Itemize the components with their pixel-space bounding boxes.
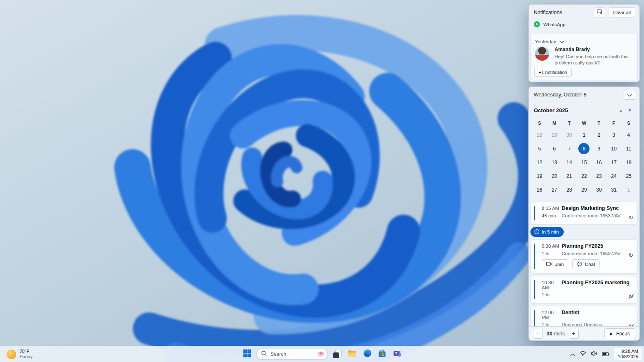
calendar-day[interactable]: 1: [621, 183, 636, 197]
edge-icon: [363, 349, 372, 359]
calendar-day[interactable]: 28: [532, 128, 547, 142]
calendar-day[interactable]: 24: [607, 169, 622, 183]
calendar-day[interactable]: 10: [607, 142, 622, 155]
calendar-day[interactable]: 5: [532, 142, 547, 155]
calendar-day-selected[interactable]: 8: [577, 142, 592, 155]
dow-label: F: [607, 118, 622, 128]
chat-button[interactable]: Chat: [572, 259, 599, 269]
battery-button[interactable]: [601, 349, 611, 360]
recurring-icon: ↻: [629, 253, 633, 258]
event-duration: 1 hr: [542, 251, 562, 256]
calendar-week: 5 6 7 8 9 10 11: [529, 142, 639, 155]
calendar-day[interactable]: 19: [532, 169, 547, 183]
show-hidden-icons-button[interactable]: [569, 349, 576, 360]
recurring-off-icon: ↻: [629, 294, 633, 299]
calendar-day[interactable]: 9: [592, 142, 607, 155]
focus-button[interactable]: ▶ Focus: [604, 328, 635, 339]
calendar-day[interactable]: 15: [577, 155, 592, 169]
edge-browser-button[interactable]: [362, 349, 373, 360]
calendar-day[interactable]: 30: [562, 128, 577, 142]
calendar-day[interactable]: 29: [577, 183, 592, 197]
play-icon: ▶: [610, 332, 613, 336]
task-view-icon: [333, 350, 342, 358]
event-planning-fy2025-marketing[interactable]: 10:30 AM Planning FY2025 marketing 1 hr …: [530, 276, 638, 303]
calendar-day[interactable]: 21: [562, 169, 577, 183]
calendar-day[interactable]: 29: [547, 128, 562, 142]
reminder-badge[interactable]: in 5 min: [530, 227, 564, 237]
folder-icon: [348, 350, 357, 359]
calendar-day[interactable]: 16: [592, 155, 607, 169]
search-input[interactable]: Search: [256, 349, 328, 360]
clock-icon: [534, 229, 540, 235]
reminder-text: in 5 min: [542, 229, 559, 234]
network-button[interactable]: [578, 349, 587, 360]
chevron-up-icon: [570, 350, 575, 358]
focus-session-bar: − 30 mins + ▶ Focus: [529, 326, 639, 340]
notification-card[interactable]: Yesterday Amanda Brady Hey! Can you help…: [530, 34, 638, 80]
clear-all-button[interactable]: Clear all: [609, 7, 635, 17]
dow-label: T: [592, 118, 607, 128]
start-button[interactable]: [241, 349, 253, 360]
calendar-day[interactable]: 14: [562, 155, 577, 169]
calendar-day[interactable]: 1: [577, 128, 592, 142]
avatar: [535, 47, 549, 61]
event-planning-fy2025[interactable]: 9:30 AM Planning FY2025 1 hr Conference …: [530, 239, 638, 273]
calendar-day[interactable]: 28: [562, 183, 577, 197]
calendar-day[interactable]: 17: [607, 155, 622, 169]
volume-button[interactable]: [590, 349, 599, 360]
clock[interactable]: 9:28 AM 10/8/2025: [614, 348, 642, 360]
calendar-day[interactable]: 3: [607, 128, 622, 142]
month-previous-button[interactable]: ▲: [616, 107, 625, 113]
microsoft-store-button[interactable]: [376, 349, 388, 360]
tray-time: 9:28 AM: [618, 349, 638, 354]
calendar-day[interactable]: 25: [621, 169, 636, 183]
increase-duration-button[interactable]: +: [569, 329, 579, 339]
calendar-day[interactable]: 22: [577, 169, 592, 183]
video-camera-icon: [546, 262, 552, 267]
dow-label: S: [621, 118, 636, 128]
notification-message: Hey! Can you help me out with this probl…: [555, 54, 629, 66]
event-time: 12:00 PM: [542, 310, 562, 320]
calendar-day[interactable]: 20: [547, 169, 562, 183]
day-of-week-header: S M T W T F S: [529, 118, 639, 128]
calendar-day[interactable]: 12: [532, 155, 547, 169]
calendar-day[interactable]: 4: [621, 128, 636, 142]
calendar-day[interactable]: 31: [607, 183, 622, 197]
event-accent-bar: [534, 244, 535, 269]
calendar-week: 28 29 30 1 2 3 4: [529, 128, 639, 142]
event-location: Conference room 16537/AV: [562, 213, 621, 218]
file-explorer-button[interactable]: [347, 349, 358, 360]
calendar-day[interactable]: 6: [547, 142, 562, 155]
focus-duration: 30 mins: [547, 331, 565, 337]
calendar-day[interactable]: 23: [592, 169, 607, 183]
task-view-button[interactable]: [332, 349, 343, 360]
calendar-day[interactable]: 26: [532, 183, 547, 197]
notification-settings-button[interactable]: [594, 7, 605, 17]
wifi-icon: [580, 350, 586, 358]
calendar-day[interactable]: 11: [621, 142, 636, 155]
notification-time-group: Yesterday: [535, 39, 556, 44]
calendar-day[interactable]: 7: [562, 142, 577, 155]
calendar-day[interactable]: 13: [547, 155, 562, 169]
decrease-duration-button[interactable]: −: [533, 329, 543, 339]
calendar-collapse-button[interactable]: [624, 90, 635, 100]
dow-label: M: [547, 118, 562, 128]
widgets-button[interactable]: 78°F Sunny: [4, 346, 35, 362]
calendar-day[interactable]: 27: [547, 183, 562, 197]
whatsapp-icon: [534, 21, 540, 27]
chevron-down-icon[interactable]: [560, 38, 564, 45]
notification-app-group[interactable]: WhatsApp: [529, 20, 639, 29]
event-design-marketing-sync[interactable]: 8:15 AM Design Marketing Sync 45 min Con…: [530, 202, 638, 224]
recurring-icon: ↻: [629, 215, 633, 220]
join-meeting-button[interactable]: Join: [542, 259, 568, 269]
more-notifications-button[interactable]: +1 notification: [534, 68, 572, 77]
calendar-day[interactable]: 2: [592, 128, 607, 142]
calendar-day[interactable]: 18: [621, 155, 636, 169]
teams-button[interactable]: [391, 349, 403, 360]
calendar-flyout: Wednesday, October 8 October 2025 ▲ ▼ S …: [528, 86, 640, 341]
dow-label: W: [577, 118, 592, 128]
event-duration: 45 min: [542, 213, 562, 218]
calendar-day[interactable]: 30: [592, 183, 607, 197]
month-next-button[interactable]: ▼: [625, 107, 634, 113]
event-title: Design Marketing Sync: [562, 205, 619, 211]
